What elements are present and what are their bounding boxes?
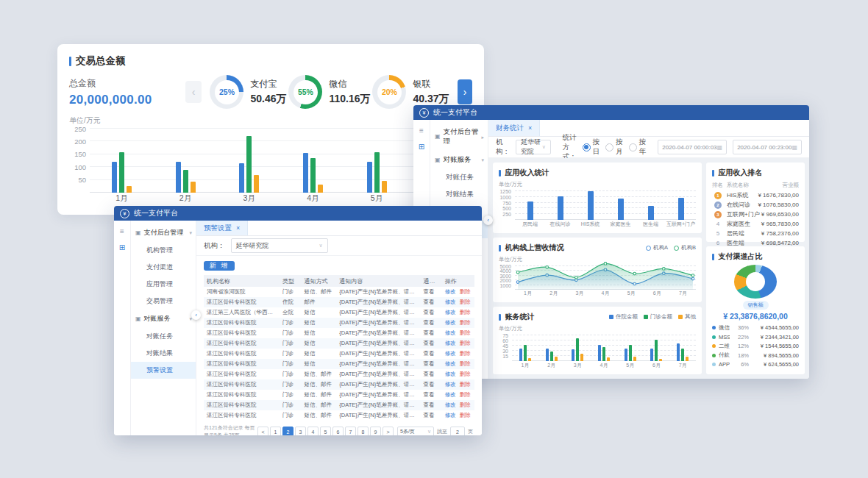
- edit-link[interactable]: 修改: [445, 391, 456, 399]
- sidebar-group[interactable]: ▣对账服务▾: [131, 310, 196, 328]
- radio-label: 按日: [593, 138, 600, 157]
- folder-icon: ▣: [435, 134, 441, 140]
- sidebar-item[interactable]: 机构管理: [131, 242, 196, 259]
- prev-channel-button[interactable]: ‹: [185, 81, 202, 103]
- pagination-page[interactable]: 6: [332, 427, 344, 435]
- sidebar-item[interactable]: 对账任务: [430, 169, 488, 186]
- tab-close-icon[interactable]: ×: [236, 224, 240, 232]
- org-select[interactable]: 延华研究院 ∨: [516, 140, 551, 154]
- tab-finance-statistics[interactable]: 财务统计 ×: [488, 120, 540, 136]
- add-button[interactable]: 新 增: [204, 261, 235, 271]
- legend-item[interactable]: 机构A: [646, 244, 668, 252]
- delete-link[interactable]: 删除: [460, 288, 471, 296]
- column-header: 机构名称: [204, 277, 280, 285]
- sidebar-item[interactable]: 预警设置: [131, 362, 196, 379]
- bar: [527, 201, 533, 220]
- sidebar-item[interactable]: 对账结果: [430, 186, 488, 203]
- edit-link[interactable]: 修改: [445, 309, 456, 316]
- pagination-page[interactable]: 3: [295, 427, 306, 435]
- window-titlebar: ¥ 统一支付平台: [413, 105, 809, 120]
- edit-link[interactable]: 修改: [445, 381, 456, 388]
- delete-link[interactable]: 删除: [460, 381, 471, 388]
- radio-option[interactable]: 按月: [605, 138, 623, 157]
- bar-group: [545, 190, 575, 220]
- pagination-prev[interactable]: <: [257, 427, 268, 435]
- column-header: 类型: [280, 277, 301, 285]
- bar-group: [90, 129, 154, 193]
- tab-close-icon[interactable]: ×: [528, 124, 532, 132]
- jump-page-input[interactable]: 2: [450, 427, 465, 435]
- delete-link[interactable]: 删除: [460, 412, 471, 419]
- edit-link[interactable]: 修改: [445, 360, 456, 368]
- start-date-input[interactable]: 2020-04-07 00:00:03 ▦: [658, 140, 727, 154]
- tab-alert-settings[interactable]: 预警设置 ×: [196, 221, 248, 235]
- window-title: 统一支付平台: [134, 208, 178, 218]
- sidebar-item[interactable]: 对账结果: [131, 345, 196, 362]
- delete-link[interactable]: 删除: [460, 299, 471, 306]
- bar: [629, 345, 632, 361]
- edit-link[interactable]: 修改: [445, 288, 456, 296]
- pagination-page[interactable]: 9: [370, 427, 381, 435]
- radio-option[interactable]: 按年: [629, 138, 647, 157]
- sidebar-collapse-handle[interactable]: ‹: [191, 310, 201, 320]
- sidebar-item[interactable]: 支付渠道: [131, 259, 196, 276]
- pagination-page[interactable]: 1: [270, 427, 281, 435]
- delete-link[interactable]: 删除: [460, 340, 471, 347]
- delete-link[interactable]: 删除: [460, 319, 471, 327]
- edit-link[interactable]: 修改: [445, 340, 456, 347]
- end-date-input[interactable]: 2020-04-07 00:23:00 ▦: [733, 140, 802, 154]
- delete-link[interactable]: 删除: [460, 309, 471, 316]
- pagination-next[interactable]: >: [383, 427, 394, 435]
- revenue-value: ¥ 1676,7830,00: [758, 192, 799, 199]
- edit-link[interactable]: 修改: [445, 402, 456, 409]
- legend-item[interactable]: 门诊金额: [644, 313, 672, 321]
- sidebar-group[interactable]: ▣支付后台管理▸: [430, 123, 488, 151]
- pagination-page[interactable]: 4: [307, 427, 319, 435]
- sidebar-item[interactable]: 交易管理: [131, 293, 196, 310]
- pagination-page[interactable]: 7: [345, 427, 356, 435]
- org-select[interactable]: 延华研究院 ∨: [231, 238, 328, 253]
- delete-link[interactable]: 删除: [460, 391, 471, 399]
- x-tick-label: 3月: [566, 290, 592, 297]
- legend-item[interactable]: 其他: [678, 313, 696, 321]
- sidebar-item[interactable]: 应用管理: [131, 276, 196, 293]
- chevron-down-icon: ∨: [427, 429, 431, 435]
- delete-link[interactable]: 删除: [460, 402, 471, 409]
- sidebar-group[interactable]: ▣对账服务▾: [430, 151, 488, 169]
- y-tick-label: 250: [69, 125, 86, 132]
- hamburger-menu-icon[interactable]: ≡: [120, 227, 124, 235]
- delete-link[interactable]: 删除: [460, 350, 471, 357]
- edit-link[interactable]: 修改: [445, 329, 456, 337]
- sidebar-collapse-handle[interactable]: ‹: [483, 215, 493, 225]
- chart-plot: 25050075010001250: [499, 190, 696, 220]
- sidebar-group[interactable]: ▣支付后台管理▾: [131, 224, 196, 242]
- edit-link[interactable]: 修改: [445, 299, 456, 306]
- pagination-page[interactable]: 5: [320, 427, 331, 435]
- edit-link[interactable]: 修改: [445, 412, 456, 419]
- delete-link[interactable]: 删除: [460, 371, 471, 378]
- apps-grid-icon[interactable]: ⊞: [419, 143, 424, 151]
- notify-method-cell: 短信、邮件: [301, 402, 336, 409]
- apps-grid-icon[interactable]: ⊞: [119, 243, 125, 252]
- edit-link[interactable]: 修改: [445, 371, 456, 378]
- edit-link[interactable]: 修改: [445, 350, 456, 357]
- pagination-page[interactable]: 2: [282, 427, 294, 435]
- radio-option[interactable]: 按日: [583, 138, 600, 157]
- window-titlebar: ¥ 统一支付平台: [114, 206, 482, 221]
- legend-item[interactable]: 住院金额: [609, 313, 638, 321]
- x-axis-labels: 居民端在线问诊HIS系统家庭医生医生端互联网+门户: [515, 220, 696, 228]
- sidebar-item[interactable]: 对账任务: [131, 328, 196, 345]
- delete-link[interactable]: 删除: [460, 329, 471, 337]
- hamburger-menu-icon[interactable]: ≡: [419, 126, 424, 135]
- pagination-page[interactable]: 8: [357, 427, 369, 435]
- edit-link[interactable]: 修改: [445, 319, 456, 327]
- summary-row: 总金额 20,000,000.00 ‹ 25%支付宝50.46万55%微信110…: [69, 75, 472, 109]
- legend-item[interactable]: 机构B: [674, 244, 696, 252]
- delete-link[interactable]: 删除: [460, 360, 471, 368]
- page-size-select[interactable]: 5条/页∨: [397, 427, 434, 435]
- bar: [555, 357, 558, 361]
- system-name: 在线问诊: [727, 201, 758, 209]
- org-name-cell: 河南省淮河医院: [204, 288, 280, 296]
- x-tick-label: 3月: [217, 193, 281, 204]
- next-channel-button[interactable]: ›: [458, 79, 472, 104]
